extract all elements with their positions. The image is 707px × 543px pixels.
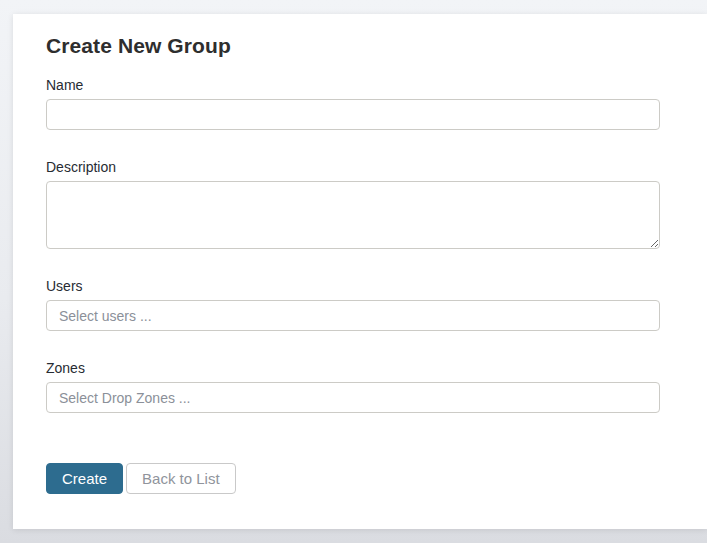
zones-select[interactable] — [46, 382, 660, 413]
back-to-list-button[interactable]: Back to List — [126, 463, 236, 494]
name-field-group: Name — [46, 76, 660, 130]
users-select[interactable] — [46, 300, 660, 331]
form-actions: Create Back to List — [46, 463, 660, 494]
create-button[interactable]: Create — [46, 463, 123, 494]
name-input[interactable] — [46, 99, 660, 130]
users-label: Users — [46, 277, 660, 295]
create-group-card: Create New Group Name Description Users … — [13, 14, 707, 529]
zones-field-group: Zones — [46, 359, 660, 413]
description-textarea[interactable] — [46, 181, 660, 249]
create-group-form: Name Description Users Zones Create Back… — [46, 76, 660, 494]
description-label: Description — [46, 158, 660, 176]
page-background: Create New Group Name Description Users … — [0, 0, 707, 543]
name-label: Name — [46, 76, 660, 94]
page-title: Create New Group — [46, 33, 660, 59]
zones-label: Zones — [46, 359, 660, 377]
description-field-group: Description — [46, 158, 660, 249]
users-field-group: Users — [46, 277, 660, 331]
